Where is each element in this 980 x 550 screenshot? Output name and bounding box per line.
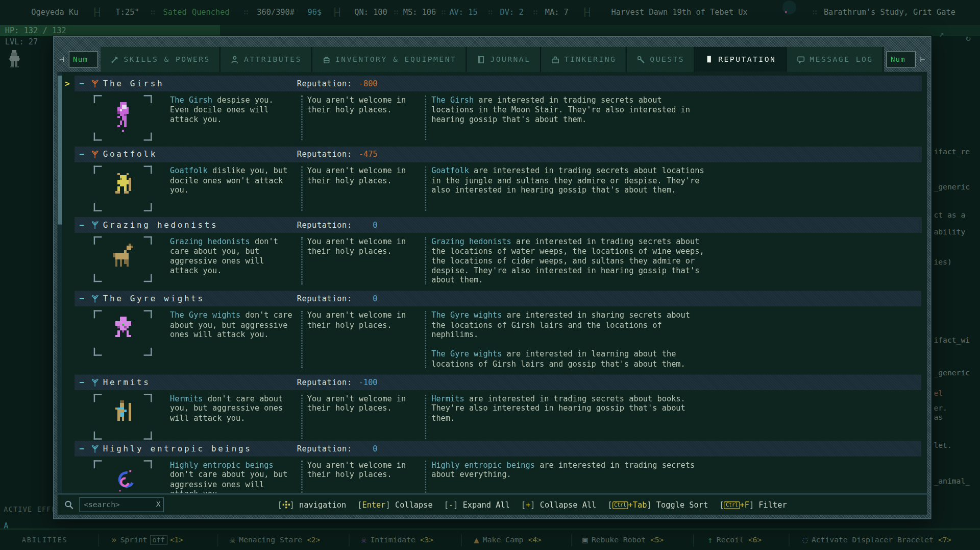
- player-name: Ogeyeda Ku: [31, 0, 78, 25]
- faction-header[interactable]: − Highly entropic beings Reputation: 0: [65, 441, 921, 457]
- reputation-value: -800: [343, 76, 377, 91]
- collapse-toggle[interactable]: −: [80, 291, 85, 306]
- faction-interests: Highly entropic beings are interested in…: [431, 460, 706, 493]
- hint-navigation: [] navigation: [278, 500, 347, 509]
- collapse-toggle[interactable]: −: [80, 441, 85, 457]
- reputation-window: ⊣ Num 7 SKILLS & POWERS ATTRIBUTES INVEN…: [53, 36, 931, 519]
- scrollbar-thumb[interactable]: [58, 76, 62, 224]
- selection-cursor: >: [65, 76, 74, 91]
- sprint-icon: »: [111, 530, 116, 550]
- log-fragment: as: [934, 413, 943, 421]
- faction-holy-status: You aren't welcome in their holy places.: [307, 394, 408, 439]
- log-fragment: let.: [934, 441, 951, 449]
- log-fragment: ies): [934, 257, 951, 266]
- tab-bar: ⊣ Num 7 SKILLS & POWERS ATTRIBUTES INVEN…: [58, 41, 927, 72]
- separator: ├┤: [92, 0, 102, 25]
- tab-inventory-equipment[interactable]: INVENTORY & EQUIPMENT: [312, 47, 467, 72]
- person-icon: [230, 55, 239, 64]
- tab-quests[interactable]: QUESTS: [627, 47, 695, 72]
- hint-filter: [Ctrl+F] Filter: [719, 500, 787, 509]
- reputation-value: 0: [343, 441, 377, 457]
- ability-bar: ABILITIES »Sprintoff<1> ☠Menacing Stare …: [0, 529, 980, 550]
- collapse-toggle[interactable]: −: [80, 147, 85, 162]
- collapse-toggle[interactable]: −: [80, 374, 85, 390]
- intimidate-skull-icon: ☠: [361, 530, 366, 550]
- sword-icon: [110, 55, 119, 64]
- log-fragment: _animal_: [934, 476, 970, 485]
- tab-tinkering[interactable]: TINKERING: [541, 47, 627, 72]
- tab-journal[interactable]: JOURNAL: [467, 47, 541, 72]
- displacer-bracelet-icon: ◌: [802, 530, 807, 550]
- faction-attitude: Goatfolk dislike you, but docile ones wo…: [170, 165, 295, 211]
- faction-header[interactable]: − Goatfolk Reputation: -475: [65, 147, 921, 162]
- stat-av: AV: 15: [449, 0, 477, 25]
- ability-make-camp[interactable]: ▲Make Camp <4>: [474, 530, 542, 550]
- faction-row-grazing-hedonists: − Grazing hedonists Reputation: 0: [65, 217, 921, 291]
- faction-holy-status: You aren't welcome in their holy places.: [307, 236, 408, 285]
- toolbox-icon: [551, 55, 560, 64]
- location: Barathrum's Study, Grit Gate: [824, 0, 955, 25]
- faction-row-the-girsh: > − The Girsh Reputation: -800: [65, 76, 921, 146]
- faction-portrait: [94, 236, 152, 282]
- window-footer: X [] navigation [Enter] Collapse [-] Exp…: [58, 493, 927, 515]
- next-tab-key: Num 9: [886, 51, 916, 67]
- faction-portrait: [94, 165, 152, 211]
- hint-toggle-sort: [Ctrl+Tab] Toggle Sort: [607, 500, 708, 509]
- scroll-icon: [704, 55, 714, 64]
- faction-attitude: Grazing hedonists don't care about you, …: [170, 236, 295, 285]
- faction-header[interactable]: − Grazing hedonists Reputation: 0: [65, 217, 921, 233]
- ability-rebuke-robot[interactable]: ▣Rebuke Robot <5>: [582, 530, 664, 550]
- wrench-icon: [636, 55, 645, 64]
- entropic-being-sprite: [110, 467, 135, 494]
- faction-attitude: The Gyre wights don't care about you, bu…: [170, 310, 295, 369]
- faction-holy-status: You aren't welcome in their holy places.: [307, 95, 408, 140]
- faction-name: Hermits: [103, 374, 151, 390]
- collapse-toggle[interactable]: −: [80, 217, 85, 233]
- search-input[interactable]: [80, 497, 164, 512]
- log-fragment: ifact_re: [934, 148, 970, 156]
- ability-menacing-stare[interactable]: ☠Menacing Stare <2>: [230, 530, 321, 550]
- goatfolk-sprite: [110, 172, 135, 205]
- faction-tree-icon: [90, 444, 99, 453]
- tab-reputation[interactable]: REPUTATION: [695, 47, 787, 72]
- faction-holy-status: You aren't welcome in their holy places.: [307, 310, 408, 369]
- ability-displacer-bracelet[interactable]: ◌Activate Displacer Bracelet <7>: [802, 530, 951, 550]
- ability-intimidate[interactable]: ☠Intimidate <3>: [361, 530, 434, 550]
- reputation-value: -100: [343, 374, 377, 390]
- faction-header[interactable]: > − The Girsh Reputation: -800: [65, 76, 921, 91]
- collapse-toggle[interactable]: −: [80, 76, 85, 91]
- faction-interests: Hermits are interested in trading secret…: [431, 394, 706, 439]
- skull-icon: ☠: [230, 530, 235, 550]
- scrollbar[interactable]: [58, 72, 62, 493]
- status-sated: Sated: [163, 0, 187, 25]
- faction-header[interactable]: − The Gyre wights Reputation: 0: [65, 291, 921, 306]
- hermit-sprite: [110, 400, 135, 433]
- gyre-wight-sprite: [110, 317, 135, 349]
- clear-search-button[interactable]: X: [156, 499, 161, 508]
- faction-name: The Girsh: [103, 76, 164, 91]
- stat-qn: QN: 100: [354, 0, 387, 25]
- faction-attitude: Hermits don't care about you, but aggres…: [170, 394, 295, 439]
- book-icon: [476, 55, 485, 64]
- backpack-icon: [322, 55, 331, 64]
- carry-weight: 360/390#: [257, 0, 295, 25]
- faction-interests: Grazing hedonists are interested in trad…: [431, 236, 706, 285]
- stat-dv: DV: 2: [500, 0, 524, 25]
- faction-tree-icon: [90, 79, 99, 88]
- faction-row-hermits: − Hermits Reputation: -100: [65, 374, 921, 441]
- faction-holy-status: You aren't welcome in their holy places.: [307, 460, 408, 493]
- log-fragment: ifact_wi: [934, 336, 970, 345]
- faction-row-gyre-wights: − The Gyre wights Reputation: 0: [65, 291, 921, 374]
- log-fragment: er.: [934, 404, 947, 413]
- tab-message-log[interactable]: MESSAGE LOG: [787, 47, 884, 72]
- tab-skills-powers[interactable]: SKILLS & POWERS: [101, 47, 221, 72]
- reputation-value: -475: [343, 147, 377, 162]
- faction-name: Goatfolk: [103, 147, 157, 162]
- ability-recoil[interactable]: ↑Recoil <6>: [707, 530, 762, 550]
- faction-portrait: [94, 394, 152, 439]
- grazing-hedonist-sprite: [110, 243, 135, 276]
- tab-attributes[interactable]: ATTRIBUTES: [221, 47, 312, 72]
- ability-sprint[interactable]: »Sprintoff<1>: [111, 530, 183, 550]
- reputation-value: 0: [343, 217, 377, 233]
- faction-header[interactable]: − Hermits Reputation: -100: [65, 374, 921, 390]
